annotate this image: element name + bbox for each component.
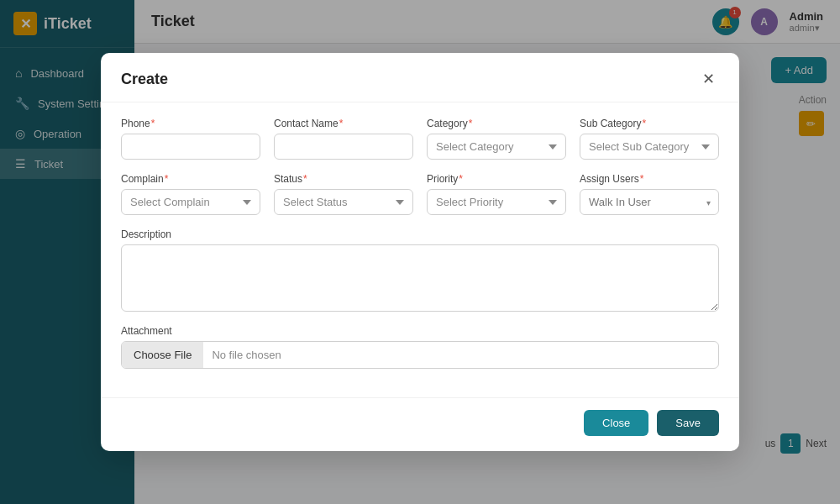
form-row-3: Description bbox=[121, 228, 719, 312]
status-label: Status* bbox=[274, 173, 413, 185]
contact-name-input[interactable] bbox=[274, 134, 413, 160]
complain-group: Complain* Select Complain bbox=[121, 173, 260, 215]
sub-category-label: Sub Category* bbox=[580, 118, 719, 129]
priority-group: Priority* Select Priority bbox=[427, 173, 566, 215]
create-modal: Create ✕ Phone* Contact Name* bbox=[101, 53, 739, 451]
form-row-1: Phone* Contact Name* Category* bbox=[121, 118, 719, 160]
modal-overlay: Create ✕ Phone* Contact Name* bbox=[0, 0, 840, 504]
category-label: Category* bbox=[427, 118, 566, 129]
description-label: Description bbox=[121, 228, 719, 240]
category-group: Category* Select Category bbox=[427, 118, 566, 160]
attachment-label: Attachment bbox=[121, 325, 719, 337]
close-modal-button[interactable]: Close bbox=[584, 410, 648, 436]
priority-label: Priority* bbox=[427, 173, 566, 185]
status-group: Status* Select Status bbox=[274, 173, 413, 215]
modal-title: Create bbox=[121, 71, 168, 88]
contact-name-label: Contact Name* bbox=[274, 118, 413, 129]
save-button[interactable]: Save bbox=[657, 410, 719, 436]
assign-input-wrapper: ▾ bbox=[580, 189, 719, 215]
contact-name-group: Contact Name* bbox=[274, 118, 413, 160]
choose-file-button[interactable]: Choose File bbox=[122, 342, 203, 368]
form-row-4: Attachment Choose File No file chosen bbox=[121, 325, 719, 369]
complain-label: Complain* bbox=[121, 173, 260, 185]
form-row-2: Complain* Select Complain Status* Select… bbox=[121, 173, 719, 215]
assign-users-input[interactable] bbox=[580, 189, 719, 215]
attachment-group: Attachment Choose File No file chosen bbox=[121, 325, 719, 369]
priority-select[interactable]: Select Priority bbox=[427, 189, 566, 215]
main-content: Ticket 🔔 1 A Admin admin▾ + Add Action ✏… bbox=[134, 0, 840, 504]
file-input-wrapper: Choose File No file chosen bbox=[121, 341, 719, 369]
modal-footer: Close Save bbox=[101, 397, 739, 451]
modal-body: Phone* Contact Name* Category* bbox=[101, 102, 739, 397]
phone-label: Phone* bbox=[121, 118, 260, 129]
modal-close-button[interactable]: ✕ bbox=[697, 68, 719, 90]
phone-input[interactable] bbox=[121, 134, 260, 160]
phone-group: Phone* bbox=[121, 118, 260, 160]
category-select[interactable]: Select Category bbox=[427, 134, 566, 160]
modal-header: Create ✕ bbox=[101, 53, 739, 102]
assign-users-group: Assign Users* ▾ bbox=[580, 173, 719, 215]
file-name-display: No file chosen bbox=[203, 342, 718, 368]
sub-category-group: Sub Category* Select Sub Category bbox=[580, 118, 719, 160]
description-group: Description bbox=[121, 228, 719, 312]
sub-category-select[interactable]: Select Sub Category bbox=[580, 134, 719, 160]
assign-users-label: Assign Users* bbox=[580, 173, 719, 185]
status-select[interactable]: Select Status bbox=[274, 189, 413, 215]
complain-select[interactable]: Select Complain bbox=[121, 189, 260, 215]
description-textarea[interactable] bbox=[121, 244, 719, 312]
